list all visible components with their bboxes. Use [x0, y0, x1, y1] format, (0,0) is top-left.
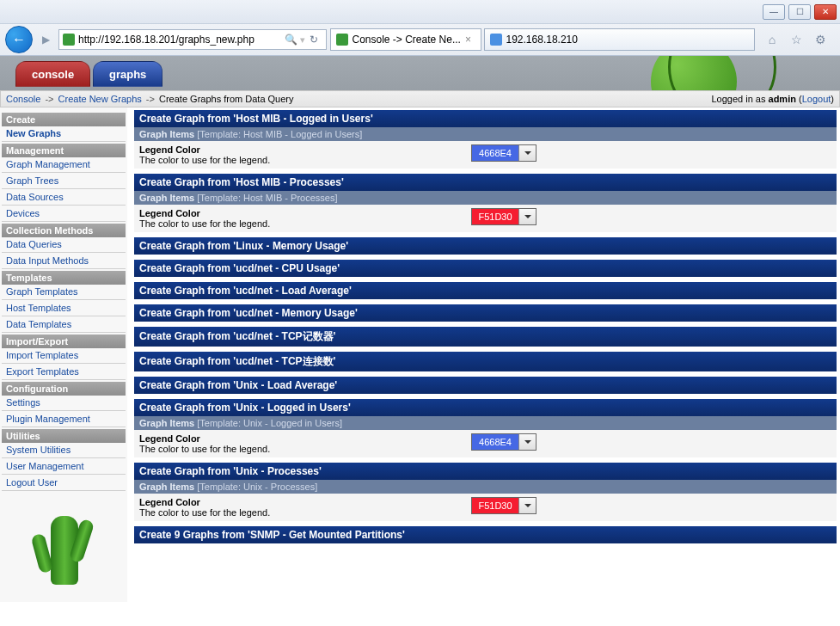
legend-color-label: Legend Color: [139, 433, 471, 444]
close-button[interactable]: ✕: [814, 4, 837, 20]
graph-section-title: Create Graph from 'ucd/net - TCP连接数': [134, 352, 837, 371]
tab-close-icon[interactable]: ×: [465, 34, 471, 46]
sidebar-header-import-export: Import/Export: [2, 334, 126, 348]
color-swatch: 4668E4: [472, 145, 518, 161]
legend-color-row: Legend ColorThe color to use for the leg…: [134, 141, 837, 169]
legend-color-select[interactable]: 4668E4: [471, 144, 536, 162]
url-input[interactable]: [78, 34, 283, 46]
sidebar-header-management: Management: [2, 144, 126, 157]
graph-section-title: Create Graph from 'ucd/net - TCP记数器': [134, 327, 837, 347]
cacti-logo-decoration: [616, 56, 788, 90]
graph-section-title: Create Graph from 'Host MIB - Processes': [134, 174, 837, 191]
graph-section-title: Create Graph from 'ucd/net - Memory Usag…: [134, 304, 837, 322]
sidebar-link-graph-trees[interactable]: Graph Trees: [2, 174, 126, 187]
cacti-logo-icon: [34, 504, 94, 598]
legend-color-label: Legend Color: [139, 144, 471, 155]
graph-section-title: Create Graph from 'Unix - Processes': [134, 463, 837, 480]
back-button[interactable]: ←: [5, 26, 33, 53]
sidebar-link-export-templates[interactable]: Export Templates: [2, 365, 126, 378]
minimize-button[interactable]: —: [763, 4, 785, 20]
browser-tab-2[interactable]: 192.168.18.210: [484, 28, 756, 51]
graph-items-header: Graph Items [Template: Unix - Processes]: [134, 480, 837, 494]
graph-items-header: Graph Items [Template: Host MIB - Proces…: [134, 191, 837, 205]
search-icon[interactable]: 🔍: [283, 34, 300, 46]
address-bar[interactable]: 🔍 ▾ ↻: [58, 29, 327, 50]
legend-color-row: Legend ColorThe color to use for the leg…: [134, 430, 837, 457]
legend-color-label: Legend Color: [139, 497, 471, 507]
graph-items-header: Graph Items [Template: Host MIB - Logged…: [134, 127, 837, 141]
legend-color-description: The color to use for the legend.: [139, 507, 471, 518]
graph-section-title: Create 9 Graphs from 'SNMP - Get Mounted…: [134, 526, 837, 543]
legend-color-label: Legend Color: [139, 208, 471, 218]
graph-section-title: Create Graph from 'Unix - Load Average': [134, 377, 837, 394]
legend-color-description: The color to use for the legend.: [139, 155, 471, 165]
legend-color-description: The color to use for the legend.: [139, 444, 471, 454]
sidebar-link-data-queries[interactable]: Data Queries: [2, 237, 126, 251]
sidebar-link-devices[interactable]: Devices: [2, 206, 126, 220]
logout-link[interactable]: Logout: [802, 94, 831, 104]
main-content: Create Graph from 'Host MIB - Logged in …: [127, 107, 840, 602]
chevron-down-icon[interactable]: [518, 209, 536, 224]
sidebar-header-create: Create: [2, 113, 126, 126]
chevron-down-icon[interactable]: [518, 145, 536, 161]
sidebar-link-settings[interactable]: Settings: [2, 396, 126, 409]
legend-color-row: Legend ColorThe color to use for the leg…: [134, 494, 837, 521]
breadcrumb: Console -> Create New Graphs -> Create G…: [0, 90, 840, 107]
maximize-button[interactable]: ☐: [788, 4, 811, 20]
sidebar-link-user-management[interactable]: User Management: [2, 459, 126, 473]
browser-actions: ⌂ ☆ ⚙: [757, 30, 835, 49]
sidebar-link-data-input-methods[interactable]: Data Input Methods: [2, 254, 126, 267]
window-titlebar: — ☐ ✕: [0, 0, 840, 24]
sidebar-link-plugin-management[interactable]: Plugin Management: [2, 412, 126, 426]
tab-title: 192.168.18.210: [506, 34, 578, 46]
sidebar-link-graph-templates[interactable]: Graph Templates: [2, 285, 126, 298]
breadcrumb-sep: ->: [146, 94, 155, 104]
legend-color-select[interactable]: 4668E4: [471, 433, 536, 451]
sidebar-link-new-graphs[interactable]: New Graphs: [2, 126, 126, 140]
color-swatch: F51D30: [472, 498, 518, 513]
app-content: console graphs Console -> Create New Gra…: [0, 56, 840, 602]
forward-button[interactable]: ▶: [36, 30, 55, 49]
breadcrumb-create-new-graphs[interactable]: Create New Graphs: [58, 94, 142, 104]
sidebar: Create New Graphs Management Graph Manag…: [0, 107, 127, 602]
settings-gear-icon[interactable]: ⚙: [811, 30, 830, 49]
chevron-down-icon[interactable]: [518, 434, 536, 450]
sidebar-link-system-utilities[interactable]: System Utilities: [2, 443, 126, 457]
color-swatch: 4668E4: [472, 434, 518, 450]
graph-section-title: Create Graph from 'Host MIB - Logged in …: [134, 110, 837, 127]
nav-toolbar: ← ▶ 🔍 ▾ ↻ Console -> Create Ne... × 192.…: [0, 24, 840, 55]
login-info: Logged in as admin (Logout): [711, 94, 834, 104]
breadcrumb-sep: ->: [45, 94, 53, 104]
graph-section-title: Create Graph from 'Unix - Logged in User…: [134, 399, 837, 416]
username: admin: [769, 94, 796, 104]
sidebar-link-graph-management[interactable]: Graph Management: [2, 157, 126, 171]
legend-color-description: The color to use for the legend.: [139, 218, 471, 229]
legend-color-select[interactable]: F51D30: [471, 208, 536, 225]
sidebar-link-data-templates[interactable]: Data Templates: [2, 317, 126, 331]
sidebar-link-import-templates[interactable]: Import Templates: [2, 348, 126, 362]
legend-color-select[interactable]: F51D30: [471, 497, 536, 514]
graph-section-title: Create Graph from 'ucd/net - CPU Usage': [134, 260, 837, 277]
tab-console[interactable]: console: [15, 61, 90, 87]
browser-chrome: — ☐ ✕ ← ▶ 🔍 ▾ ↻ Console -> Create Ne... …: [0, 0, 840, 56]
sidebar-link-host-templates[interactable]: Host Templates: [2, 301, 126, 315]
sidebar-link-data-sources[interactable]: Data Sources: [2, 190, 126, 204]
tab-favicon-icon: [490, 34, 502, 46]
browser-tab-1[interactable]: Console -> Create Ne... ×: [330, 28, 481, 51]
breadcrumb-console[interactable]: Console: [6, 94, 40, 104]
graph-items-header: Graph Items [Template: Unix - Logged in …: [134, 416, 837, 430]
graph-section-title: Create Graph from 'ucd/net - Load Averag…: [134, 282, 837, 299]
sidebar-link-logout-user[interactable]: Logout User: [2, 476, 126, 489]
sidebar-header-utilities: Utilities: [2, 429, 126, 443]
tab-title: Console -> Create Ne...: [353, 34, 461, 46]
chevron-down-icon[interactable]: [518, 498, 536, 513]
sidebar-header-templates: Templates: [2, 271, 126, 285]
reload-icon[interactable]: ↻: [305, 34, 322, 46]
home-icon[interactable]: ⌂: [763, 30, 782, 49]
favorites-icon[interactable]: ☆: [787, 30, 806, 49]
tab-graphs[interactable]: graphs: [93, 61, 162, 87]
breadcrumb-tail: Create Graphs from Data Query: [159, 94, 294, 104]
app-header: console graphs: [0, 56, 840, 90]
tab-favicon-icon: [336, 34, 348, 46]
graph-section-title: Create Graph from 'Linux - Memory Usage': [134, 237, 837, 255]
